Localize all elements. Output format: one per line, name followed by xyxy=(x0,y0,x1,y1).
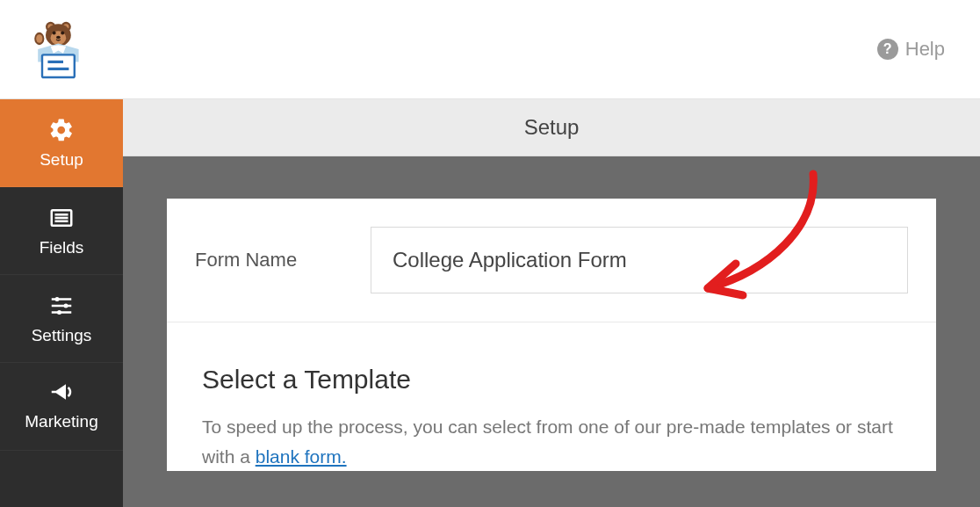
sidebar-item-setup[interactable]: Setup xyxy=(0,99,123,187)
blank-form-link[interactable]: blank form. xyxy=(256,446,347,467)
sidebar-item-label: Settings xyxy=(32,326,92,345)
setup-panel: Form Name Select a Template To speed up … xyxy=(167,199,936,471)
wpforms-logo xyxy=(21,14,91,84)
logo-wrap xyxy=(0,14,91,84)
sidebar-item-marketing[interactable]: Marketing xyxy=(0,363,123,451)
svg-point-7 xyxy=(61,32,64,35)
template-heading: Select a Template xyxy=(202,365,901,395)
help-icon: ? xyxy=(877,39,898,60)
content-header-title: Setup xyxy=(524,115,580,140)
sidebar: Setup Fields xyxy=(0,99,123,507)
sidebar-item-label: Marketing xyxy=(25,412,97,431)
content-body: Form Name Select a Template To speed up … xyxy=(123,156,980,507)
svg-point-10 xyxy=(36,34,42,43)
help-button[interactable]: ? Help xyxy=(877,38,945,61)
main-layout: Setup Fields xyxy=(0,99,980,507)
content-header: Setup xyxy=(123,99,980,156)
form-name-label: Form Name xyxy=(195,249,371,272)
sidebar-item-settings[interactable]: Settings xyxy=(0,275,123,363)
gear-icon xyxy=(48,117,75,143)
template-section: Select a Template To speed up the proces… xyxy=(167,322,936,471)
help-label: Help xyxy=(905,38,945,61)
svg-point-19 xyxy=(55,297,60,301)
form-name-input[interactable] xyxy=(371,227,908,293)
svg-point-23 xyxy=(57,310,61,315)
sidebar-item-fields[interactable]: Fields xyxy=(0,187,123,275)
top-bar: ? Help xyxy=(0,0,980,99)
megaphone-icon xyxy=(48,379,75,405)
sidebar-item-label: Setup xyxy=(40,150,83,170)
form-name-row: Form Name xyxy=(167,199,936,322)
list-icon xyxy=(48,205,75,231)
sidebar-item-label: Fields xyxy=(40,238,84,257)
template-description: To speed up the process, you can select … xyxy=(202,412,901,471)
sliders-icon xyxy=(48,293,75,319)
svg-rect-11 xyxy=(42,54,75,77)
content-area: Setup Form Name Select a Template To spe… xyxy=(123,99,980,507)
svg-point-8 xyxy=(56,36,61,40)
svg-point-21 xyxy=(64,303,68,308)
svg-point-6 xyxy=(53,32,56,35)
